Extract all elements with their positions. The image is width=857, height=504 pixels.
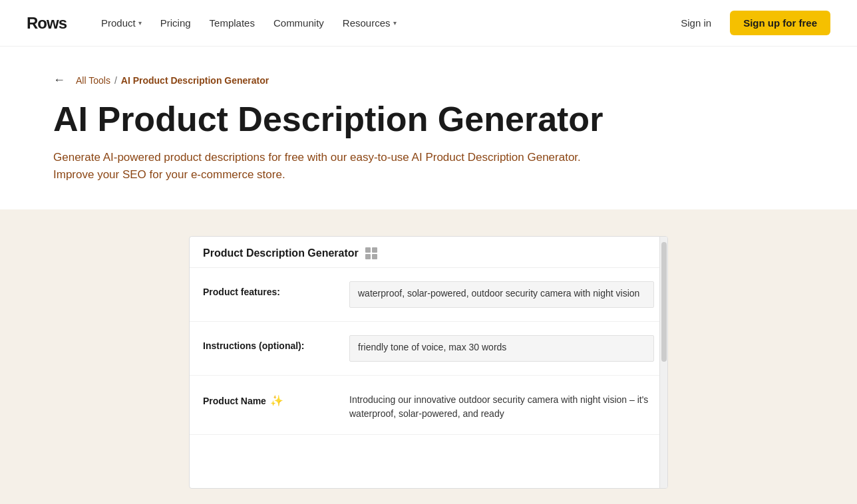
nav-item-templates[interactable]: Templates [202, 12, 263, 34]
output-value-product-name: Introducing our innovative outdoor secur… [349, 389, 654, 421]
field-row-instructions: Instructions (optional): friendly tone o… [190, 322, 667, 376]
brand-logo[interactable]: Rows [27, 14, 67, 33]
grid-icon [365, 247, 377, 259]
sparkle-icon: ✨ [270, 394, 283, 407]
field-label-product-features: Product features: [203, 281, 336, 297]
scrollbar-thumb[interactable] [661, 242, 667, 362]
field-row-product-features: Product features: waterproof, solar-powe… [190, 268, 667, 322]
chevron-down-icon: ▾ [138, 19, 142, 27]
spreadsheet-header: Product Description Generator [190, 237, 667, 268]
output-label-text: Product Name [203, 396, 266, 406]
nav-item-pricing[interactable]: Pricing [152, 12, 199, 34]
nav-label-community: Community [273, 17, 324, 29]
nav-label-templates: Templates [210, 17, 255, 29]
hero-section: ← All Tools / AI Product Description Gen… [0, 47, 857, 209]
navbar: Rows Product ▾ Pricing Templates Communi… [0, 0, 857, 47]
field-value-instructions[interactable]: friendly tone of voice, max 30 words [349, 335, 654, 362]
spreadsheet-body: Product features: waterproof, solar-powe… [190, 268, 667, 435]
sign-in-button[interactable]: Sign in [673, 12, 719, 34]
breadcrumb-current-page: AI Product Description Generator [121, 75, 269, 86]
back-button[interactable]: ← [53, 73, 65, 87]
sign-up-button[interactable]: Sign up for free [730, 11, 830, 35]
scrollbar-track[interactable] [659, 237, 667, 488]
spreadsheet-title: Product Description Generator [203, 247, 359, 259]
output-row-product-name: Product Name ✨ Introducing our innovativ… [190, 376, 667, 435]
breadcrumb-all-tools[interactable]: All Tools [76, 75, 110, 86]
field-label-instructions: Instructions (optional): [203, 335, 336, 351]
spreadsheet-widget: Product Description Generator Product fe… [189, 236, 668, 489]
nav-menu: Product ▾ Pricing Templates Community Re… [93, 12, 673, 34]
nav-label-resources: Resources [343, 17, 391, 29]
nav-item-product[interactable]: Product ▾ [93, 12, 150, 34]
nav-item-resources[interactable]: Resources ▾ [335, 12, 405, 34]
navbar-actions: Sign in Sign up for free [673, 11, 830, 35]
chevron-down-icon-resources: ▾ [393, 19, 397, 27]
output-label-product-name: Product Name ✨ [203, 389, 336, 407]
main-content: Product Description Generator Product fe… [0, 209, 857, 504]
page-title: AI Product Description Generator [53, 100, 830, 138]
breadcrumb-separator: / [114, 75, 117, 86]
page-description: Generate AI-powered product descriptions… [53, 149, 586, 183]
nav-item-community[interactable]: Community [265, 12, 332, 34]
nav-label-product: Product [101, 17, 136, 29]
field-value-product-features[interactable]: waterproof, solar-powered, outdoor secur… [349, 281, 654, 308]
nav-label-pricing: Pricing [160, 17, 191, 29]
breadcrumb: ← All Tools / AI Product Description Gen… [53, 73, 830, 87]
